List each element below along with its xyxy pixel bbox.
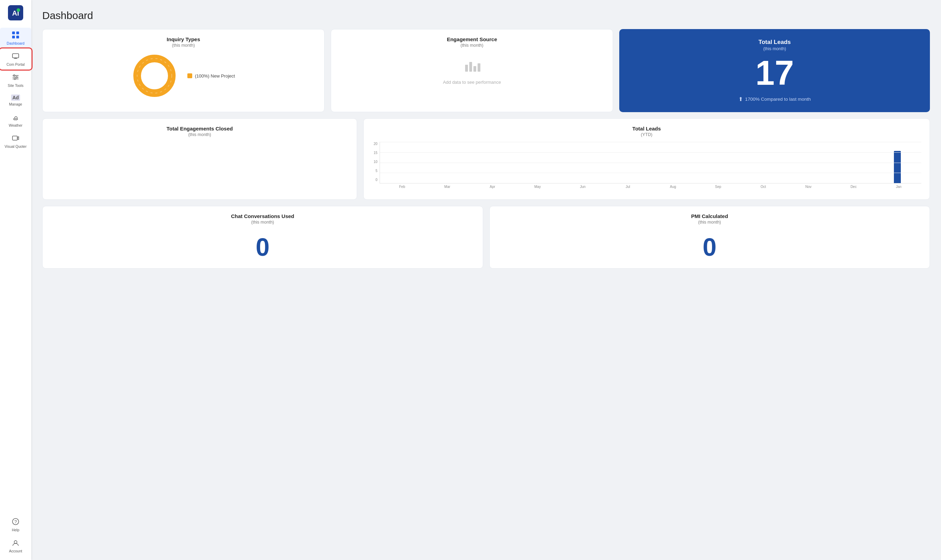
- card-chat-conversations: Chat Conversations Used (this month) 0: [42, 206, 483, 269]
- top-row: Inquiry Types (this month) (100%) New Pr…: [42, 29, 930, 112]
- donut-chart: [132, 53, 177, 98]
- engagement-empty-text: Add data to see performance: [443, 80, 501, 85]
- sidebar-item-visual-quoter-label: Visual Quoter: [5, 144, 26, 148]
- x-label-dec: Dec: [831, 185, 876, 189]
- bot-row: Chat Conversations Used (this month) 0 P…: [42, 206, 930, 269]
- x-label-feb: Feb: [379, 185, 424, 189]
- engagements-subtitle: (this month): [51, 132, 349, 137]
- pmi-subtitle: (this month): [498, 220, 922, 225]
- y-axis: 0 5 10 15 20: [372, 142, 379, 189]
- sidebar-item-site-tools-label: Site Tools: [8, 83, 23, 88]
- sidebar-bottom: ? Help Account: [0, 514, 31, 560]
- sidebar-item-account-label: Account: [9, 549, 22, 553]
- svg-rect-6: [16, 35, 19, 38]
- svg-point-2: [17, 8, 20, 12]
- svg-rect-25: [469, 62, 472, 72]
- leads-ytd-subtitle: (YTD): [372, 132, 921, 137]
- account-icon: [12, 539, 19, 548]
- leads-ytd-title: Total Leads: [372, 126, 921, 132]
- sidebar-item-manage[interactable]: Ad Manage: [0, 91, 31, 109]
- legend-label: (100%) New Project: [195, 73, 235, 78]
- svg-point-12: [14, 75, 15, 76]
- app-logo[interactable]: AI: [7, 4, 24, 22]
- chat-value: 0: [51, 233, 475, 261]
- x-label-sep: Sep: [696, 185, 740, 189]
- total-leads-blue-subtitle: (this month): [763, 46, 786, 51]
- sidebar: AI Dashboard Com Portal Site Tools: [0, 0, 31, 560]
- sidebar-item-weather-label: Weather: [9, 123, 23, 128]
- y-label-0: 0: [372, 178, 378, 182]
- card-pmi-calculated: PMI Calculated (this month) 0: [489, 206, 930, 269]
- x-label-oct: Oct: [741, 185, 786, 189]
- x-axis: Feb Mar Apr May Jun Jul Aug Sep Oct Nov …: [379, 183, 921, 189]
- dashboard-icon: [12, 31, 19, 40]
- x-label-jul: Jul: [605, 185, 650, 189]
- card-total-leads-ytd: Total Leads (YTD) 0 5 10 15 20: [363, 118, 930, 200]
- weather-icon: [12, 113, 19, 122]
- y-label-15: 15: [372, 151, 378, 155]
- donut-chart-area: (100%) New Project: [51, 53, 316, 98]
- chat-subtitle: (this month): [51, 220, 475, 225]
- x-label-mar: Mar: [424, 185, 470, 189]
- svg-rect-4: [16, 31, 19, 34]
- bar-chart-wrap: 0 5 10 15 20: [372, 142, 921, 189]
- mid-row: Total Engagements Closed (this month) To…: [42, 118, 930, 200]
- y-label-5: 5: [372, 169, 378, 173]
- sidebar-item-com-portal[interactable]: Com Portal: [0, 49, 31, 69]
- svg-point-13: [16, 77, 17, 78]
- svg-rect-26: [474, 66, 476, 72]
- sidebar-item-visual-quoter[interactable]: Visual Quoter: [0, 131, 31, 151]
- card-total-engagements: Total Engagements Closed (this month): [42, 118, 357, 200]
- pmi-value: 0: [498, 233, 922, 261]
- svg-point-14: [14, 78, 15, 80]
- card-inquiry-types: Inquiry Types (this month) (100%) New Pr…: [42, 29, 324, 112]
- bar-chart-empty-icon: [464, 59, 480, 76]
- sidebar-item-weather[interactable]: Weather: [0, 110, 31, 130]
- site-tools-icon: [12, 73, 19, 82]
- total-leads-blue-title: Total Leads: [759, 39, 791, 46]
- x-label-jan: Jan: [876, 185, 921, 189]
- sidebar-item-help[interactable]: ? Help: [0, 514, 31, 535]
- sidebar-item-dashboard-label: Dashboard: [6, 41, 24, 45]
- sidebar-item-site-tools[interactable]: Site Tools: [0, 70, 31, 90]
- x-label-nov: Nov: [786, 185, 831, 189]
- engagements-title: Total Engagements Closed: [51, 126, 349, 132]
- x-label-aug: Aug: [650, 185, 696, 189]
- inquiry-types-title: Inquiry Types: [51, 36, 316, 42]
- svg-rect-5: [12, 35, 15, 38]
- total-leads-value: 17: [755, 55, 794, 91]
- x-label-jun: Jun: [560, 185, 605, 189]
- y-label-10: 10: [372, 160, 378, 164]
- visual-quoter-icon: [12, 134, 19, 143]
- legend-color-box: [187, 73, 192, 78]
- bar-chart-area: Feb Mar Apr May Jun Jul Aug Sep Oct Nov …: [379, 142, 921, 189]
- sidebar-item-dashboard[interactable]: Dashboard: [0, 28, 31, 48]
- engagement-source-title: Engagement Source: [339, 36, 604, 42]
- bars-container: [379, 142, 921, 183]
- svg-rect-3: [12, 31, 15, 34]
- pmi-title: PMI Calculated: [498, 213, 922, 219]
- svg-text:?: ?: [14, 519, 17, 525]
- svg-rect-27: [478, 63, 480, 72]
- inquiry-types-subtitle: (this month): [51, 43, 316, 48]
- engagement-source-subtitle: (this month): [339, 43, 604, 48]
- svg-point-21: [14, 541, 17, 543]
- svg-rect-7: [12, 54, 19, 58]
- svg-rect-18: [12, 136, 17, 140]
- chat-title: Chat Conversations Used: [51, 213, 475, 219]
- sidebar-item-manage-label: Manage: [9, 102, 22, 106]
- bar-jan: [875, 151, 920, 183]
- sidebar-item-help-label: Help: [12, 528, 19, 532]
- svg-rect-24: [465, 65, 468, 72]
- sidebar-item-account[interactable]: Account: [0, 535, 31, 556]
- x-label-may: May: [515, 185, 560, 189]
- total-leads-compare: ⬆ 1700% Compared to last month: [738, 96, 811, 102]
- help-icon: ?: [12, 518, 19, 526]
- engagement-empty-state: Add data to see performance: [339, 48, 604, 96]
- com-portal-icon: [12, 52, 19, 61]
- x-label-apr: Apr: [470, 185, 515, 189]
- manage-icon: Ad: [11, 94, 20, 101]
- compare-text: 1700% Compared to last month: [745, 97, 811, 102]
- donut-legend: (100%) New Project: [187, 73, 235, 78]
- sidebar-item-com-portal-label: Com Portal: [6, 62, 25, 66]
